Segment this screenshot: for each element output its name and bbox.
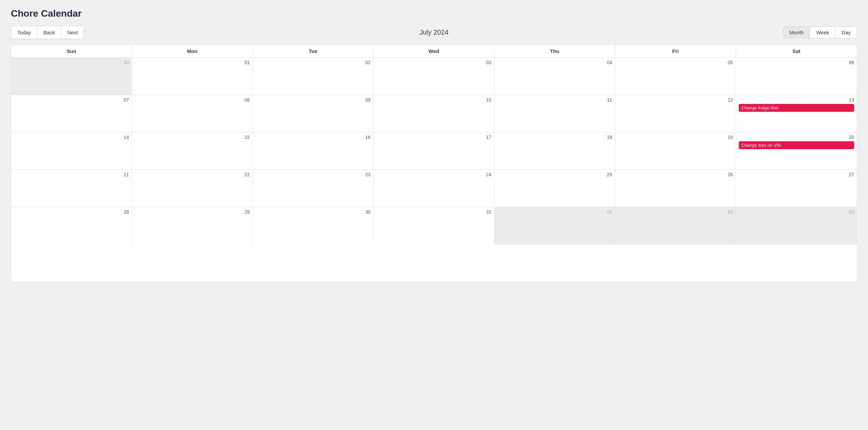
day-header-fri: Fri <box>615 45 736 57</box>
date-number: 21 <box>14 172 129 177</box>
calendar-cell[interactable]: 31 <box>374 207 494 245</box>
view-buttons: Month Week Day <box>783 26 857 38</box>
calendar-event[interactable]: Change fridge filter <box>739 104 854 112</box>
date-number: 31 <box>376 209 491 215</box>
calendar-cell[interactable]: 07 <box>11 95 132 132</box>
date-number: 11 <box>497 97 612 103</box>
next-button[interactable]: Next <box>61 26 84 39</box>
calendar-cell[interactable]: 09 <box>253 95 374 132</box>
date-number: 10 <box>376 97 491 103</box>
calendar-cell[interactable]: 10 <box>374 95 494 132</box>
calendar-grid: 3001020304050607080910111213Change fridg… <box>11 58 857 282</box>
calendar-cell[interactable]: 13Change fridge filter <box>736 95 857 132</box>
week-view-button[interactable]: Week <box>810 26 835 38</box>
day-view-button[interactable]: Day <box>835 26 857 38</box>
date-number: 04 <box>497 60 612 65</box>
date-number: 03 <box>376 60 491 65</box>
calendar-cell[interactable]: 01 <box>132 58 253 95</box>
date-number: 18 <box>497 135 612 140</box>
date-number: 08 <box>135 97 250 103</box>
calendar-cell[interactable]: 02 <box>615 207 736 245</box>
calendar-cell[interactable]: 15 <box>132 132 253 170</box>
date-number: 02 <box>618 209 733 215</box>
day-header-mon: Mon <box>132 45 253 57</box>
calendar-cell[interactable]: 26 <box>615 170 736 207</box>
date-number: 17 <box>376 135 491 140</box>
date-number: 07 <box>14 97 129 103</box>
calendar-cell[interactable]: 01 <box>494 207 615 245</box>
page-title: Chore Calendar <box>11 8 857 19</box>
date-number: 27 <box>739 172 854 177</box>
day-header-sat: Sat <box>736 45 857 57</box>
calendar-cell[interactable]: 11 <box>494 95 615 132</box>
calendar-cell[interactable]: 27 <box>736 170 857 207</box>
back-button[interactable]: Back <box>37 26 61 39</box>
calendar-cell[interactable]: 18 <box>494 132 615 170</box>
date-number: 14 <box>14 135 129 140</box>
calendar-cell[interactable]: 12 <box>615 95 736 132</box>
date-number: 12 <box>618 97 733 103</box>
date-number: 22 <box>135 172 250 177</box>
calendar-cell[interactable]: 04 <box>494 58 615 95</box>
date-number: 30 <box>256 209 371 215</box>
date-number: 30 <box>14 60 129 65</box>
calendar-cell[interactable]: 16 <box>253 132 374 170</box>
calendar-cell[interactable]: 08 <box>132 95 253 132</box>
calendar-cell[interactable]: 24 <box>374 170 494 207</box>
calendar-cell[interactable]: 03 <box>374 58 494 95</box>
day-header-tue: Tue <box>253 45 374 57</box>
day-headers: SunMonTueWedThuFriSat <box>11 45 857 58</box>
date-number: 20 <box>739 135 854 140</box>
calendar-event[interactable]: Change tires on VW <box>739 141 854 149</box>
calendar: SunMonTueWedThuFriSat 300102030405060708… <box>11 44 857 282</box>
date-number: 06 <box>739 60 854 65</box>
day-header-wed: Wed <box>374 45 494 57</box>
date-number: 09 <box>256 97 371 103</box>
date-number: 25 <box>497 172 612 177</box>
date-number: 23 <box>256 172 371 177</box>
calendar-cell[interactable]: 14 <box>11 132 132 170</box>
calendar-cell[interactable]: 06 <box>736 58 857 95</box>
date-number: 01 <box>135 60 250 65</box>
day-header-sun: Sun <box>11 45 132 57</box>
date-number: 01 <box>497 209 612 215</box>
nav-buttons: Today Back Next <box>11 26 84 39</box>
date-number: 16 <box>256 135 371 140</box>
date-number: 02 <box>256 60 371 65</box>
date-number: 19 <box>618 135 733 140</box>
calendar-cell[interactable]: 03 <box>736 207 857 245</box>
date-number: 24 <box>376 172 491 177</box>
calendar-cell[interactable]: 20Change tires on VW <box>736 132 857 170</box>
date-number: 13 <box>739 97 854 103</box>
calendar-cell[interactable]: 22 <box>132 170 253 207</box>
calendar-cell[interactable]: 28 <box>11 207 132 245</box>
month-title: July 2024 <box>419 29 449 36</box>
calendar-cell[interactable]: 21 <box>11 170 132 207</box>
calendar-cell[interactable]: 02 <box>253 58 374 95</box>
today-button[interactable]: Today <box>11 26 37 39</box>
calendar-cell[interactable]: 05 <box>615 58 736 95</box>
calendar-cell[interactable]: 23 <box>253 170 374 207</box>
calendar-cell[interactable]: 30 <box>11 58 132 95</box>
calendar-cell[interactable]: 17 <box>374 132 494 170</box>
calendar-cell[interactable]: 29 <box>132 207 253 245</box>
date-number: 29 <box>135 209 250 215</box>
month-view-button[interactable]: Month <box>783 26 810 38</box>
date-number: 03 <box>739 209 854 215</box>
calendar-cell[interactable]: 19 <box>615 132 736 170</box>
date-number: 15 <box>135 135 250 140</box>
calendar-cell[interactable]: 30 <box>253 207 374 245</box>
date-number: 26 <box>618 172 733 177</box>
date-number: 28 <box>14 209 129 215</box>
day-header-thu: Thu <box>494 45 615 57</box>
date-number: 05 <box>618 60 733 65</box>
calendar-cell[interactable]: 25 <box>494 170 615 207</box>
